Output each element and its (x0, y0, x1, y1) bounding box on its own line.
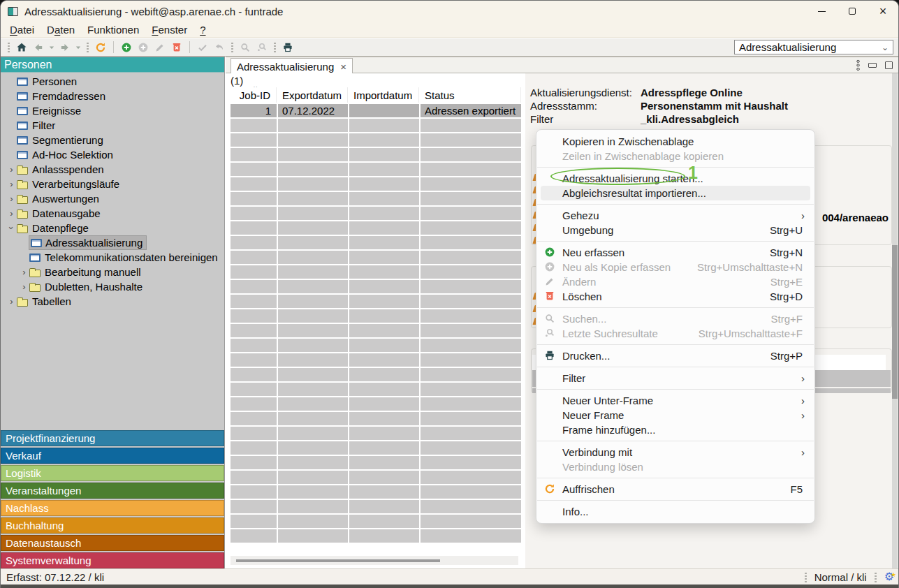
vertical-scrollbar[interactable] (892, 73, 898, 568)
column-header-job-id[interactable]: Job-ID (231, 87, 277, 103)
back-arrow-icon[interactable] (30, 40, 47, 55)
undo-icon[interactable] (211, 40, 228, 55)
tree-item-personen[interactable]: Personen (1, 74, 224, 89)
home-icon[interactable] (13, 40, 30, 55)
chevron-collapsed-icon[interactable]: › (6, 296, 17, 307)
table-empty-row[interactable] (231, 133, 521, 147)
tree-item-bearbeitung-manuell[interactable]: ›Bearbeitung manuell (1, 265, 224, 279)
menu-item-kopieren-in-zwischenablage[interactable]: Kopieren in Zwischenablage (536, 134, 814, 149)
tree-item-datenausgabe[interactable]: ›Datenausgabe (1, 206, 224, 221)
tree-item-auswertungen[interactable]: ›Auswertungen (1, 191, 224, 206)
tree-item-fremdadressen[interactable]: Fremdadressen (1, 89, 224, 103)
menu-daten[interactable]: Daten (41, 22, 81, 37)
add-as-copy-icon[interactable] (135, 40, 152, 55)
tree-item-segmentierung[interactable]: Segmentierung (1, 133, 224, 147)
chevron-collapsed-icon[interactable]: › (6, 193, 17, 204)
close-button[interactable]: × (868, 1, 898, 22)
chevron-collapsed-icon[interactable]: › (6, 164, 17, 175)
table-empty-row[interactable] (231, 192, 521, 205)
table-empty-row[interactable] (231, 251, 521, 264)
menu-item-neuer-frame[interactable]: Neuer Frame› (536, 408, 814, 422)
table-empty-row[interactable] (231, 397, 521, 411)
forward-dropdown-icon[interactable] (73, 40, 83, 55)
search-icon[interactable] (237, 40, 254, 55)
table-empty-row[interactable] (231, 412, 521, 425)
column-header-exportdatum[interactable]: Exportdatum (278, 87, 348, 103)
menu-item-frame-hinzufügen[interactable]: Frame hinzufügen... (536, 422, 814, 437)
chevron-collapsed-icon[interactable]: › (6, 208, 17, 219)
vertical-scrollbar-thumb[interactable] (892, 245, 898, 399)
toolbar-grip[interactable] (274, 42, 276, 52)
table-empty-row[interactable] (231, 119, 521, 132)
table-empty-row[interactable] (231, 427, 521, 440)
table-empty-row[interactable] (231, 471, 521, 484)
tree-item-datenpflege[interactable]: ›Datenpflege (1, 221, 224, 235)
column-header-importdatum[interactable]: Importdatum (349, 87, 419, 103)
tree-item-dubletten-haushalte[interactable]: ›Dubletten, Haushalte (1, 279, 224, 294)
chevron-expanded-icon[interactable]: › (6, 223, 17, 233)
menu-item-löschen[interactable]: LöschenStrg+D (536, 289, 814, 304)
menu-?[interactable]: ? (193, 22, 212, 37)
refresh-icon[interactable] (92, 40, 109, 55)
table-row[interactable]: 107.12.2022Adressen exportiert (231, 104, 521, 117)
forward-arrow-icon[interactable] (57, 40, 73, 55)
edit-icon[interactable] (152, 40, 168, 55)
toolbar-grip[interactable] (87, 42, 89, 52)
horizontal-scrollbar-thumb[interactable] (236, 559, 440, 562)
chevron-collapsed-icon[interactable]: › (19, 281, 29, 292)
table-empty-row[interactable] (231, 441, 521, 455)
table-empty-row[interactable] (231, 324, 521, 337)
table-empty-row[interactable] (231, 383, 521, 396)
menu-item-gehezu[interactable]: Gehezu› (536, 208, 814, 223)
menu-item-umgebung[interactable]: UmgebungStrg+U (536, 223, 814, 237)
menu-fenster[interactable]: Fenster (145, 22, 193, 37)
print-icon[interactable] (279, 40, 296, 55)
table-empty-row[interactable] (231, 221, 521, 235)
gear-icon[interactable]: ⚙★ (884, 571, 894, 582)
table-empty-row[interactable] (231, 207, 521, 220)
menu-datei[interactable]: Datei (3, 22, 41, 37)
menu-item-neu-erfassen[interactable]: Neu erfassenStrg+N (536, 245, 814, 260)
chevron-collapsed-icon[interactable]: › (19, 267, 29, 277)
table-empty-row[interactable] (231, 456, 521, 469)
module-veranstaltungen[interactable]: Veranstaltungen (1, 483, 224, 499)
table-empty-row[interactable] (231, 339, 521, 352)
frame-maximize-icon[interactable] (885, 61, 893, 69)
menu-item-verbindung-lösen[interactable]: Verbindung lösen (536, 460, 814, 474)
table-empty-row[interactable] (231, 529, 521, 543)
tree-item-ad-hoc-selektion[interactable]: Ad-Hoc Selektion (1, 147, 224, 162)
tree-item-adressaktualisierung[interactable]: Adressaktualisierung (1, 235, 224, 250)
module-logistik[interactable]: Logistik (1, 465, 224, 481)
menu-item-letzte-suchresultate[interactable]: Letzte SuchresultateStrg+Umschalttaste+F (536, 326, 814, 341)
tree-item-telekommunikationsdaten-bereinigen[interactable]: Telekommunikationsdaten bereinigen (1, 250, 224, 265)
menu-item-ändern[interactable]: ÄndernStrg+E (536, 274, 814, 289)
add-icon[interactable] (118, 40, 135, 55)
table-empty-row[interactable] (231, 148, 521, 161)
table-empty-row[interactable] (231, 500, 521, 513)
menu-item-info[interactable]: Info... (536, 504, 814, 519)
tab-adressaktualisierung[interactable]: Adressaktualisierung × (231, 58, 353, 74)
tree-item-filter[interactable]: Filter (1, 118, 224, 133)
table-empty-row[interactable] (231, 177, 521, 191)
module-datenaustausch[interactable]: Datenaustausch (1, 535, 224, 551)
kebab-menu-icon[interactable] (856, 59, 860, 71)
table-empty-row[interactable] (231, 280, 521, 293)
tree-item-ereignisse[interactable]: Ereignisse (1, 103, 224, 118)
menu-item-abgleichsresultat-importieren[interactable]: Abgleichsresultat importieren... (541, 186, 810, 200)
menu-item-suchen[interactable]: Suchen...Strg+F (536, 311, 814, 326)
table-empty-row[interactable] (231, 163, 521, 176)
minimize-button[interactable] (806, 1, 837, 22)
table-empty-row[interactable] (231, 295, 521, 308)
module-verkauf[interactable]: Verkauf (1, 448, 224, 464)
menu-item-zeilen-in-zwischenablage-kopieren[interactable]: Zeilen in Zwischenablage kopieren (536, 149, 814, 163)
frame-minimize-icon[interactable] (868, 63, 877, 68)
chevron-collapsed-icon[interactable]: › (6, 179, 17, 189)
toolbar-grip[interactable] (8, 42, 10, 52)
frame-selector-combobox[interactable]: Adressaktualisierung ⌄ (734, 40, 893, 54)
module-systemverwaltung[interactable]: Systemverwaltung (1, 552, 224, 568)
tab-close-icon[interactable]: × (340, 61, 346, 73)
module-buchhaltung[interactable]: Buchhaltung (1, 517, 224, 534)
menu-item-auffrischen[interactable]: AuffrischenF5 (536, 482, 814, 497)
last-search-icon[interactable] (254, 40, 270, 55)
table-empty-row[interactable] (231, 265, 521, 279)
